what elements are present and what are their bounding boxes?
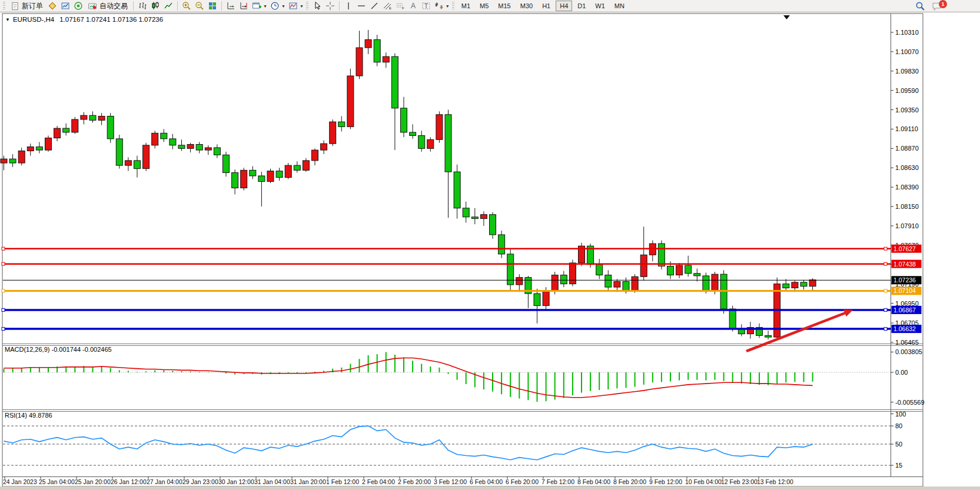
tile-windows-button[interactable] xyxy=(206,0,219,12)
horizontal-line-icon xyxy=(357,1,366,11)
new-chart-button[interactable] xyxy=(250,0,263,12)
new-order-label: 新订单 xyxy=(22,1,43,11)
toolbar-right-group: 1 xyxy=(913,0,978,12)
svg-text:1.07627: 1.07627 xyxy=(893,245,916,252)
svg-text:1.07438: 1.07438 xyxy=(893,261,916,268)
chart-ohlc-quotes: 1.07167 1.07241 1.07136 1.07236 xyxy=(59,16,163,23)
line-handle[interactable] xyxy=(2,289,5,292)
new-chart-dropdown-icon[interactable]: ▼ xyxy=(263,4,267,8)
chart-window-frame xyxy=(2,14,923,486)
indicators-dropdown-icon[interactable]: ▼ xyxy=(300,4,304,8)
horizontal-line-tool-button[interactable] xyxy=(355,0,368,12)
search-button[interactable] xyxy=(913,0,926,12)
svg-text:8 Feb 20:00: 8 Feb 20:00 xyxy=(613,478,646,485)
toolbar-grip[interactable] xyxy=(306,2,308,11)
period-dropdown-icon[interactable]: ▼ xyxy=(281,4,285,8)
arrow-objects-icon xyxy=(434,1,444,11)
search-icon xyxy=(915,1,925,11)
navigator-button[interactable] xyxy=(72,0,85,12)
line-handle[interactable] xyxy=(2,247,5,250)
line-handle[interactable] xyxy=(884,262,887,265)
line-handle[interactable] xyxy=(2,262,5,265)
zoom-out-button[interactable] xyxy=(193,0,206,12)
svg-text:1 Feb 12:00: 1 Feb 12:00 xyxy=(326,478,359,485)
timeframe-button-M1[interactable]: M1 xyxy=(457,1,474,11)
trendline-icon xyxy=(370,1,379,11)
fibonacci-icon: F xyxy=(396,1,405,11)
timeframe-button-D1[interactable]: D1 xyxy=(573,1,590,11)
auto-scroll-button[interactable] xyxy=(224,0,237,12)
svg-text:1.08630: 1.08630 xyxy=(895,164,919,171)
line-handle[interactable] xyxy=(884,308,887,311)
line-chart-mode-button[interactable] xyxy=(162,0,175,12)
indicators-icon xyxy=(288,1,298,11)
toolbar-separator xyxy=(221,1,222,11)
svg-text:A: A xyxy=(411,2,416,10)
indicators-button[interactable] xyxy=(287,0,300,12)
mt4-terminal-window: 新订单 自动交易 xyxy=(0,0,980,490)
line-handle[interactable] xyxy=(884,289,887,292)
arrows-dropdown-icon[interactable]: ▼ xyxy=(446,4,450,8)
fibonacci-tool-button[interactable]: F xyxy=(394,0,407,12)
timeframe-button-MN[interactable]: MN xyxy=(610,1,629,11)
svg-text:100: 100 xyxy=(895,411,906,418)
svg-text:8 Feb 04:00: 8 Feb 04:00 xyxy=(577,478,610,485)
svg-text:1.06867: 1.06867 xyxy=(893,306,916,314)
timeframe-button-W1[interactable]: W1 xyxy=(591,1,609,11)
svg-text:2 Feb 20:00: 2 Feb 20:00 xyxy=(398,478,431,485)
notification-badge[interactable]: 1 xyxy=(939,0,947,8)
svg-text:30 Jan 12:00: 30 Jan 12:00 xyxy=(218,478,254,485)
autotrade-icon xyxy=(88,1,97,11)
text-tool-button[interactable]: A xyxy=(407,0,420,12)
zoom-in-icon xyxy=(182,1,191,11)
svg-text:0.00: 0.00 xyxy=(895,369,908,376)
svg-text:1.06465: 1.06465 xyxy=(895,339,919,346)
autotrade-button[interactable]: 自动交易 xyxy=(85,1,131,12)
equidistant-channel-icon: E xyxy=(383,1,392,11)
cursor-icon xyxy=(313,1,322,11)
svg-text:15: 15 xyxy=(895,462,902,469)
line-handle[interactable] xyxy=(884,247,887,250)
svg-text:9 Feb 12:00: 9 Feb 12:00 xyxy=(649,478,682,485)
period-button[interactable] xyxy=(268,0,281,12)
svg-text:6 Feb 04:00: 6 Feb 04:00 xyxy=(470,478,503,485)
trendline-tool-button[interactable] xyxy=(368,0,381,12)
line-handle[interactable] xyxy=(2,308,5,311)
svg-text:1.09830: 1.09830 xyxy=(895,68,919,75)
notifications-button[interactable]: 1 xyxy=(930,1,943,12)
timeframe-button-M30[interactable]: M30 xyxy=(516,1,537,11)
status-strip xyxy=(0,486,980,490)
vertical-line-icon xyxy=(344,1,353,11)
market-watch-button[interactable] xyxy=(59,0,72,12)
bar-chart-mode-button[interactable] xyxy=(136,0,149,12)
new-order-button[interactable]: 新订单 xyxy=(8,1,46,12)
line-handle[interactable] xyxy=(884,328,887,331)
svg-text:6 Feb 20:00: 6 Feb 20:00 xyxy=(506,478,539,485)
macd-label: MACD(12,26,9) -0.001744 -0.002465 xyxy=(5,346,112,353)
templates-button[interactable] xyxy=(46,0,59,12)
crosshair-tool-button[interactable] xyxy=(324,0,337,12)
chart-shift-button[interactable] xyxy=(237,0,250,12)
vertical-line-tool-button[interactable] xyxy=(342,0,355,12)
svg-text:12 Feb 23:00: 12 Feb 23:00 xyxy=(721,478,758,485)
toolbar-grip[interactable] xyxy=(452,2,454,11)
new-order-icon xyxy=(11,2,19,11)
new-chart-icon xyxy=(252,1,261,11)
arrows-tool-button[interactable] xyxy=(433,0,446,12)
svg-text:E: E xyxy=(389,6,391,10)
timeframe-button-M15[interactable]: M15 xyxy=(494,1,514,11)
line-handle[interactable] xyxy=(2,328,5,331)
cursor-tool-button[interactable] xyxy=(311,0,324,12)
timeframe-button-H4[interactable]: H4 xyxy=(556,1,572,11)
toolbar-grip[interactable] xyxy=(3,2,5,11)
chart-shift-icon xyxy=(239,1,248,11)
candlestick-mode-button[interactable] xyxy=(149,0,162,12)
timeframe-button-H1[interactable]: H1 xyxy=(538,1,554,11)
text-label-tool-button[interactable]: T xyxy=(420,0,433,12)
timeframe-button-M5[interactable]: M5 xyxy=(476,1,493,11)
symbol-dropdown-icon[interactable]: ▼ xyxy=(5,17,10,22)
svg-text:T: T xyxy=(424,3,428,9)
zoom-in-button[interactable] xyxy=(180,0,193,12)
svg-text:0.003805: 0.003805 xyxy=(895,348,922,355)
channel-tool-button[interactable]: E xyxy=(381,0,394,12)
